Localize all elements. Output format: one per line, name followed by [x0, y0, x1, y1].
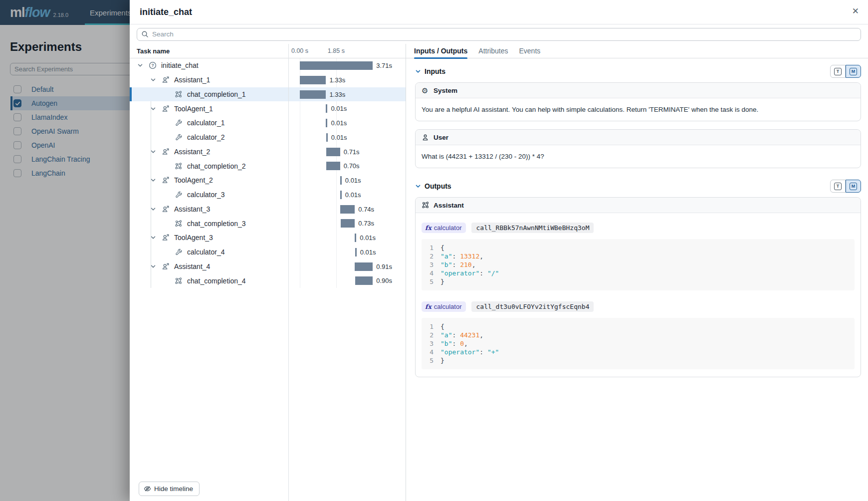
timeline-row-initiate_chat[interactable]: 3.71s [289, 58, 406, 73]
tree-row-calculator_3[interactable]: calculator_3 [130, 188, 288, 202]
duration-label: 0.01s [331, 119, 347, 127]
modal-header: initiate_chat ✕ [130, 0, 868, 24]
tree-rows: ?initiate_chatAssistant_1chat_completion… [130, 58, 288, 288]
code-line: 4 "operator": "/" [428, 269, 849, 277]
tree-row-ToolAgent_3[interactable]: ToolAgent_3 [130, 231, 288, 245]
chevron-down-icon[interactable] [150, 177, 157, 184]
tree-row-Assistant_2[interactable]: Assistant_2 [130, 145, 288, 159]
duration-label: 0.91s [376, 263, 392, 270]
trace-modal: initiate_chat ✕ Task name ?initiate_chat… [130, 0, 868, 501]
agent-icon [161, 205, 170, 214]
timeline-header: 0.00 s1.85 s [289, 44, 406, 58]
tree-row-chat_completion_2[interactable]: chat_completion_2 [130, 159, 288, 173]
chevron-down-icon[interactable] [150, 263, 157, 270]
task-name-label: calculator_2 [187, 133, 225, 141]
tree-row-initiate_chat[interactable]: ?initiate_chat [130, 58, 288, 73]
duration-bar [326, 119, 327, 127]
code-line: 2 "a": 44231, [428, 331, 849, 339]
assistant-role-label: Assistant [434, 202, 464, 209]
markdown-toggle-button[interactable]: M [846, 65, 861, 78]
task-name-label: calculator_1 [187, 119, 225, 127]
task-name-label: chat_completion_3 [187, 220, 246, 228]
function-badge: fxcalculator [422, 301, 466, 312]
duration-bar [355, 248, 357, 256]
inputs-render-toggle: T M [830, 65, 861, 78]
timeline-row-calculator_2[interactable]: 0.01s [289, 130, 406, 145]
duration-label: 0.01s [345, 191, 361, 199]
chevron-down-icon[interactable] [150, 105, 157, 112]
tab-attributes[interactable]: Attributes [478, 44, 508, 58]
markdown-toggle-button[interactable]: M [846, 180, 861, 193]
inputs-section-header: Inputs T M [415, 65, 861, 78]
timeline-row-calculator_4[interactable]: 0.01s [289, 245, 406, 259]
chevron-down-icon[interactable] [415, 68, 421, 74]
line-number: 4 [428, 269, 440, 277]
molecule-icon [174, 276, 183, 285]
tab-events[interactable]: Events [519, 44, 540, 58]
timeline-row-chat_completion_1[interactable]: 1.33s [289, 87, 406, 102]
task-tree-panel: Task name ?initiate_chatAssistant_1chat_… [130, 44, 288, 501]
duration-label: 1.33s [329, 91, 345, 98]
outputs-label: Outputs [425, 182, 451, 190]
timeline-row-ToolAgent_2[interactable]: 0.01s [289, 173, 406, 188]
timeline-row-Assistant_4[interactable]: 0.91s [289, 259, 406, 274]
wrench-icon [174, 190, 183, 199]
timeline-row-chat_completion_3[interactable]: 0.73s [289, 216, 406, 231]
duration-label: 0.71s [344, 148, 360, 156]
search-box[interactable] [137, 28, 861, 41]
tree-row-calculator_2[interactable]: calculator_2 [130, 130, 288, 145]
duration-bar [355, 234, 356, 242]
active-tab-underline [414, 57, 467, 59]
tree-row-ToolAgent_2[interactable]: ToolAgent_2 [130, 173, 288, 188]
line-number: 2 [428, 252, 440, 260]
timeline-row-calculator_1[interactable]: 0.01s [289, 116, 406, 130]
details-content: Inputs T M ⚙ System You are a helpful AI… [406, 58, 868, 501]
code-line: 3 "b": 0, [428, 339, 849, 348]
timeline-row-Assistant_1[interactable]: 1.33s [289, 73, 406, 87]
search-input[interactable] [152, 30, 857, 38]
tool-call-group: fxcalculatorcall_RBBk57nAwnNMtiWBeBHzq3o… [422, 223, 855, 290]
timeline-row-Assistant_3[interactable]: 0.74s [289, 202, 406, 217]
timeline-row-calculator_3[interactable]: 0.01s [289, 188, 406, 202]
tree-row-calculator_4[interactable]: calculator_4 [130, 245, 288, 259]
hide-timeline-button[interactable]: Hide timeline [139, 482, 200, 496]
chevron-down-icon[interactable] [150, 234, 157, 241]
chevron-down-icon[interactable] [415, 183, 421, 189]
search-row [130, 24, 868, 44]
function-badge: fxcalculator [422, 223, 466, 233]
tree-row-chat_completion_3[interactable]: chat_completion_3 [130, 216, 288, 231]
tree-row-Assistant_1[interactable]: Assistant_1 [130, 73, 288, 87]
tree-header: Task name [137, 47, 170, 55]
text-icon: T [834, 68, 842, 75]
tree-row-chat_completion_1[interactable]: chat_completion_1 [130, 87, 288, 102]
code-line: 2 "a": 13312, [428, 252, 849, 260]
task-name-label: calculator_4 [187, 248, 225, 256]
timeline-row-Assistant_2[interactable]: 0.71s [289, 145, 406, 159]
raw-text-toggle-button[interactable]: T [830, 65, 846, 78]
tree-row-chat_completion_4[interactable]: chat_completion_4 [130, 273, 288, 288]
timeline-row-chat_completion_4[interactable]: 0.90s [289, 273, 406, 288]
chevron-down-icon[interactable] [150, 76, 157, 83]
close-icon[interactable]: ✕ [852, 7, 859, 15]
duration-label: 0.01s [331, 134, 347, 141]
tree-row-calculator_1[interactable]: calculator_1 [130, 116, 288, 130]
tab-inputs-outputs[interactable]: Inputs / Outputs [414, 44, 467, 58]
wrench-icon [174, 133, 183, 142]
task-name-label: ToolAgent_1 [174, 105, 213, 113]
timeline-row-ToolAgent_3[interactable]: 0.01s [289, 231, 406, 245]
chevron-down-icon[interactable] [150, 148, 157, 155]
task-name-label: calculator_3 [187, 191, 225, 199]
tree-row-ToolAgent_1[interactable]: ToolAgent_1 [130, 101, 288, 116]
duration-bar [326, 148, 340, 156]
eye-off-icon [144, 485, 151, 493]
chevron-down-icon[interactable] [137, 62, 144, 69]
arguments-code-block: 1{2 "a": 13312,3 "b": 210,4 "operator": … [422, 239, 855, 290]
user-message-card: User What is (44231 + 13312 / (230 - 20)… [415, 129, 861, 168]
timeline-row-ToolAgent_1[interactable]: 0.01s [289, 101, 406, 116]
timeline-row-chat_completion_2[interactable]: 0.70s [289, 159, 406, 173]
tree-row-Assistant_4[interactable]: Assistant_4 [130, 259, 288, 274]
raw-text-toggle-button[interactable]: T [830, 180, 846, 193]
line-number: 3 [428, 260, 440, 269]
chevron-down-icon[interactable] [150, 206, 157, 213]
tree-row-Assistant_3[interactable]: Assistant_3 [130, 202, 288, 217]
